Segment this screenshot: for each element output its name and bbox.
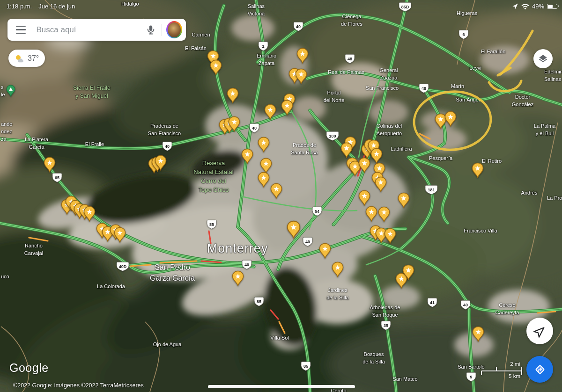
layers-icon [538, 53, 548, 64]
layers-button[interactable] [533, 49, 553, 68]
wifi-icon [521, 3, 529, 9]
status-bar: 1:18 p.m. Jue 16 de jun 49% [0, 0, 562, 11]
navigation-button[interactable] [526, 318, 553, 344]
search-input[interactable] [36, 25, 140, 35]
home-indicator[interactable] [208, 385, 355, 388]
google-logo: Google [9, 361, 49, 375]
google-maps-screen: HidalgoSalinasVictoriaCiénegade FloresHi… [0, 0, 562, 392]
scale-miles-label: 2 mi [510, 362, 520, 367]
battery-percent: 49% [532, 3, 544, 10]
weather-chip[interactable]: 37° [8, 50, 45, 67]
status-date: Jue 16 de jun [38, 3, 75, 10]
search-bar[interactable] [7, 19, 186, 41]
menu-icon[interactable] [16, 26, 26, 34]
battery-icon [547, 4, 557, 9]
satellite-map-canvas[interactable] [0, 0, 562, 392]
location-active-icon [512, 3, 518, 9]
navigation-arrow-icon [533, 324, 547, 338]
map-copyright: ©2022 Google: imágenes ©2022 TerraMetric… [13, 382, 144, 389]
account-avatar[interactable] [166, 21, 182, 38]
directions-fab[interactable] [526, 356, 553, 383]
scale-bar: 2 mi 5 km [481, 362, 524, 379]
divider [162, 24, 162, 36]
mic-icon[interactable] [144, 23, 157, 37]
status-time: 1:18 p.m. [7, 3, 32, 10]
scale-km-label: 5 km [509, 373, 520, 379]
partly-cloudy-icon [15, 54, 24, 63]
temperature-label: 37° [28, 54, 39, 63]
directions-diamond-icon [532, 362, 547, 377]
